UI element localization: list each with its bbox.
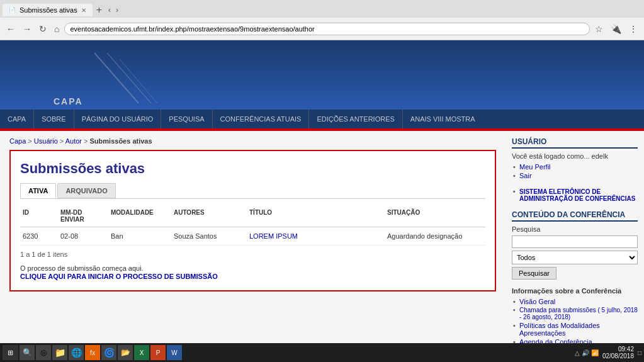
taskbar-search[interactable]: 🔍 [20,345,35,360]
sidebar-meu-perfil[interactable]: Meu Perfil [512,162,638,171]
taskbar-tray: △ 🔊 📶 [575,349,599,356]
sidebar-usuario: USUÁRIO Você está logado como... edelk M… [512,137,638,180]
browser-nav: ← → ↻ ⌂ ☆ 🔌 ⋮ [0,18,644,40]
cell-autores: Souza Santos [171,231,247,241]
sidebar-sistema-link[interactable]: SISTEMA ELETRÔNICO DE ADMINISTRAÇÃO DE C… [512,188,638,203]
taskbar-word[interactable]: W [167,345,182,360]
taskbar: ⊞ 🔍 ◎ 📁 🌐 fx 🌀 📂 X P W △ 🔊 📶 09:42 02/08… [0,343,644,362]
taskbar-icons: 🔍 ◎ 📁 🌐 fx 🌀 📂 X P W [20,345,182,360]
taskbar-cortana[interactable]: ◎ [36,345,51,360]
sidebar-usuario-title: USUÁRIO [512,137,638,149]
sidebar-visao-geral[interactable]: Visão Geral [512,297,638,306]
forward-btn[interactable]: → [20,23,34,35]
sidebar-sistema: SISTEMA ELETRÔNICO DE ADMINISTRAÇÃO DE C… [512,188,638,203]
taskbar-ppt[interactable]: P [150,345,166,360]
nav-anais[interactable]: ANAIS VIII MOSTRA [403,110,483,128]
sidebar-conteudo: CONTEÚDO DA CONFERÊNCIA Pesquisa Todos P… [512,210,638,280]
pagination: 1 a 1 de 1 itens [20,251,485,258]
sidebar-info-title: Informações sobre a Conferência [512,287,638,295]
content-wrapper: Capa > Usuário > Autor > Submissões ativ… [0,131,644,362]
col-situacao: SITUAÇÃO [385,208,485,224]
tab-ativa[interactable]: ATIVA [20,183,56,198]
cell-id: 6230 [20,231,58,241]
taskbar-chrome[interactable]: 🌀 [101,345,116,360]
address-bar[interactable] [64,23,590,35]
sidebar-usuario-text: Você está logado como... edelk [512,152,638,160]
page: CAPA CAPA SOBRE PÁGINA DO USUÁRIO PESQUI… [0,40,644,362]
search-select[interactable]: Todos [512,251,638,264]
svg-rect-0 [0,40,644,110]
tab-bar: 📄 Submissões ativas ✕ + ‹ › [0,0,644,18]
search-box: Todos Pesquisar [512,235,638,280]
tab-scroll-forward-btn[interactable]: › [113,6,121,14]
submit-process-text: O processo de submissão começa aqui. [20,264,485,272]
sidebar-pesquisa-label: Pesquisa [512,225,638,233]
col-id: ID [20,208,58,224]
tab-title: Submissões ativas [20,6,77,14]
col-modalidade: MODALIDADE [108,208,171,224]
submit-process-link[interactable]: CLIQUE AQUI PARA INICIAR O PROCESSO DE S… [20,273,218,280]
submission-table: ID MM-DD ENVIAR MODALIDADE AUTORES TÍTUL… [20,205,485,246]
table-header: ID MM-DD ENVIAR MODALIDADE AUTORES TÍTUL… [20,205,485,227]
menu-btn[interactable]: ⋮ [626,23,640,35]
sidebar-conteudo-title: CONTEÚDO DA CONFERÊNCIA [512,210,638,222]
sidebar-sair[interactable]: Sair [512,171,638,180]
clock-date: 02/08/2018 [602,353,634,359]
nav-sobre[interactable]: SOBRE [34,110,74,128]
submission-tabs: ATIVA ARQUIVADO [20,183,485,199]
taskbar-explorer[interactable]: 📁 [52,345,67,360]
active-tab[interactable]: 📄 Submissões ativas ✕ [3,4,93,16]
nav-edicoes[interactable]: EDIÇÕES ANTERIORES [309,110,402,128]
search-input[interactable] [512,235,638,248]
col-autores: AUTORES [171,208,247,224]
time-display: 09:42 02/08/2018 [602,346,634,359]
taskbar-right: △ 🔊 📶 09:42 02/08/2018 □ [575,346,641,359]
sidebar-politicas[interactable]: Políticas das Modalidades Apresentações [512,321,638,337]
back-btn[interactable]: ← [4,23,18,35]
taskbar-excel[interactable]: X [134,345,149,360]
breadcrumb-autor[interactable]: Autor [65,137,82,145]
nav-icons: ☆ 🔌 ⋮ [592,23,640,35]
home-btn[interactable]: ⌂ [52,23,62,35]
submission-box: Submissões ativas ATIVA ARQUIVADO ID MM-… [9,150,496,291]
main-content: Capa > Usuário > Autor > Submissões ativ… [0,131,506,362]
header-svg [0,40,644,110]
taskbar-browser[interactable]: 🌐 [69,345,84,360]
nav-pesquisa[interactable]: PESQUISA [161,110,212,128]
cell-modalidade: Ban [108,231,171,241]
nav-capa[interactable]: CAPA [0,110,33,128]
table-row: 6230 02-08 Ban Souza Santos LOREM IPSUM … [20,227,485,246]
taskbar-notification[interactable]: □ [638,349,641,356]
browser-chrome: 📄 Submissões ativas ✕ + ‹ › ← → ↻ ⌂ ☆ 🔌 … [0,0,644,40]
sidebar: USUÁRIO Você está logado como... edelk M… [506,131,644,362]
main-nav: CAPA SOBRE PÁGINA DO USUÁRIO PESQUISA CO… [0,110,644,130]
breadcrumb: Capa > Usuário > Autor > Submissões ativ… [9,137,496,145]
header-image: CAPA [0,40,644,110]
taskbar-files[interactable]: 📂 [118,345,133,360]
bookmark-btn[interactable]: ☆ [592,23,606,35]
sidebar-chamada[interactable]: Chamada para submissões ( 5 julho, 2018 … [512,306,638,321]
cell-titulo[interactable]: LOREM IPSUM [247,231,385,241]
tab-arquivado[interactable]: ARQUIVADO [57,183,115,198]
new-tab-btn[interactable]: + [93,4,106,16]
start-btn[interactable]: ⊞ [3,345,18,360]
refresh-btn[interactable]: ↻ [37,23,49,35]
submission-title: Submissões ativas [20,161,485,177]
clock-time: 09:42 [602,346,634,353]
taskbar-firefox[interactable]: fx [85,345,100,360]
breadcrumb-usuario[interactable]: Usuário [34,137,58,145]
nav-pagina-usuario[interactable]: PÁGINA DO USUÁRIO [74,110,161,128]
cell-date: 02-08 [58,231,108,241]
tab-close-btn[interactable]: ✕ [81,7,86,14]
nav-conferencias[interactable]: CONFERÊNCIAS ATUAIS [213,110,309,128]
cell-situacao: Aguardando designação [385,231,485,241]
breadcrumb-current: Submissões ativas [90,137,152,145]
tab-scroll-btn[interactable]: ‹ [106,6,113,14]
col-date: MM-DD ENVIAR [58,208,108,224]
col-titulo: TÍTULO [247,208,385,224]
titulo-link[interactable]: LOREM IPSUM [249,232,298,240]
extensions-btn[interactable]: 🔌 [608,23,624,35]
search-btn[interactable]: Pesquisar [512,267,556,280]
breadcrumb-capa[interactable]: Capa [9,137,26,145]
logo-text: CAPA [54,96,83,106]
